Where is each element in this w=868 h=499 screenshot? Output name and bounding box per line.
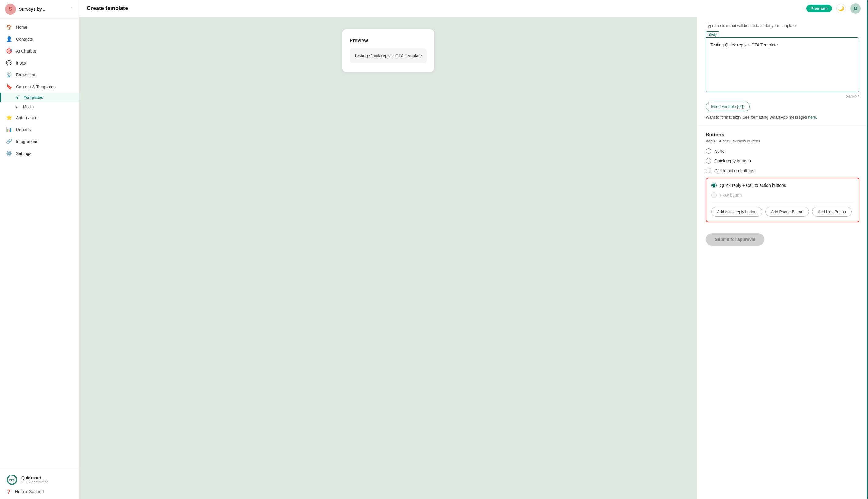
user-avatar[interactable]: M <box>850 3 861 14</box>
quickstart-subtitle: 29/32 completed <box>21 480 49 484</box>
main-area: Create template Premium 🌙 M Preview Test… <box>79 0 868 499</box>
hint-text: Type the text that will be the base for … <box>706 23 859 28</box>
sidebar-item-label: Contacts <box>16 37 33 41</box>
radio-quick-reply[interactable] <box>706 158 711 163</box>
content-area: Preview Testing Quick reply + CTA Templa… <box>79 17 868 499</box>
sidebar-item-media[interactable]: ↳ Media <box>0 102 79 112</box>
radio-option-cta[interactable]: Call to action buttons <box>706 168 859 173</box>
radio-cta[interactable] <box>706 168 711 173</box>
add-quick-reply-button[interactable]: Add quick reply button <box>711 207 762 217</box>
automation-icon: ⭐ <box>6 115 12 121</box>
broadcast-icon: 📡 <box>6 72 12 78</box>
add-phone-button[interactable]: Add Phone Button <box>765 207 809 217</box>
sidebar-item-home[interactable]: 🏠 Home <box>0 21 79 33</box>
help-label: Help & Support <box>15 489 44 494</box>
radio-none[interactable] <box>706 148 711 154</box>
preview-card: Preview Testing Quick reply + CTA Templa… <box>342 29 434 72</box>
submit-section: Submit for approval <box>697 228 868 253</box>
help-support[interactable]: ❓ Help & Support <box>6 489 73 494</box>
cta-buttons-row: Add quick reply button Add Phone Button … <box>711 202 854 217</box>
dark-mode-toggle[interactable]: 🌙 <box>836 4 846 13</box>
topbar-right: Premium 🌙 M <box>806 3 861 14</box>
page-title: Create template <box>87 5 128 12</box>
inbox-icon: 💬 <box>6 60 12 66</box>
sidebar-item-automation[interactable]: ⭐ Automation <box>0 112 79 123</box>
sidebar-item-label: Content & Templates <box>16 84 55 89</box>
radio-option-quick-reply[interactable]: Quick reply buttons <box>706 158 859 163</box>
sidebar-item-settings[interactable]: ⚙️ Settings <box>0 147 79 159</box>
radio-option-quick-reply-cta[interactable]: Quick reply + Call to action buttons <box>711 183 854 188</box>
sidebar-item-broadcast[interactable]: 📡 Broadcast <box>0 69 79 81</box>
sidebar-item-label: Automation <box>16 115 38 120</box>
body-textarea[interactable]: Testing Quick reply + CTA Template <box>706 37 859 92</box>
radio-flow <box>711 192 717 198</box>
radio-flow-label: Flow button <box>720 193 742 197</box>
sidebar-item-contacts[interactable]: 👤 Contacts <box>0 33 79 45</box>
sidebar-header[interactable]: S Surveys by ... ⌃ <box>0 0 79 19</box>
radio-none-label: None <box>714 149 724 154</box>
sidebar-subitem-label: Templates <box>24 95 43 100</box>
sidebar: S Surveys by ... ⌃ 🏠 Home 👤 Contacts 🎯 A… <box>0 0 79 499</box>
radio-quick-reply-label: Quick reply buttons <box>714 158 751 163</box>
sidebar-item-ai-chatbot[interactable]: 🎯 AI Chatbot <box>0 45 79 57</box>
submit-button[interactable]: Submit for approval <box>706 233 765 245</box>
org-avatar: S <box>5 4 16 15</box>
reports-icon: 📊 <box>6 126 12 132</box>
radio-quick-reply-cta-label: Quick reply + Call to action buttons <box>720 183 786 188</box>
sidebar-subitem-label: Media <box>23 105 34 109</box>
radio-cta-label: Call to action buttons <box>714 168 754 173</box>
quickstart-title: Quickstart <box>21 475 49 480</box>
sidebar-item-label: AI Chatbot <box>16 49 36 53</box>
buttons-subtitle: Add CTA or quick reply buttons <box>706 139 859 143</box>
topbar: Create template Premium 🌙 M <box>79 0 868 17</box>
sidebar-item-label: Integrations <box>16 139 38 144</box>
radio-option-flow[interactable]: Flow button <box>711 192 854 198</box>
buttons-section: Buttons Add CTA or quick reply buttons N… <box>697 126 868 228</box>
ai-chatbot-icon: 🎯 <box>6 48 12 54</box>
radio-quick-reply-cta[interactable] <box>711 183 717 188</box>
sidebar-item-inbox[interactable]: 💬 Inbox <box>0 57 79 69</box>
home-icon: 🏠 <box>6 24 12 30</box>
preview-title: Preview <box>350 38 427 44</box>
sidebar-item-label: Settings <box>16 151 32 156</box>
help-icon: ❓ <box>6 489 11 494</box>
chevron-icon: ⌃ <box>71 7 74 12</box>
sidebar-item-label: Home <box>16 25 27 30</box>
format-text: Want to format text? See formatting What… <box>706 115 859 120</box>
content-templates-icon: 🔖 <box>6 84 12 89</box>
contacts-icon: 👤 <box>6 36 12 42</box>
selected-option-box: Quick reply + Call to action buttons Flo… <box>706 178 859 222</box>
sidebar-item-integrations[interactable]: 🔗 Integrations <box>0 135 79 147</box>
preview-panel: Preview Testing Quick reply + CTA Templa… <box>79 17 697 499</box>
settings-icon: ⚙️ <box>6 150 12 156</box>
progress-label: 91% <box>9 478 15 481</box>
sidebar-item-label: Inbox <box>16 61 26 65</box>
quickstart-text: Quickstart 29/32 completed <box>21 475 49 484</box>
buttons-title: Buttons <box>706 132 859 137</box>
sidebar-item-reports[interactable]: 📊 Reports <box>0 123 79 135</box>
integrations-icon: 🔗 <box>6 138 12 144</box>
sidebar-footer: 91% Quickstart 29/32 completed ❓ Help & … <box>0 469 79 499</box>
char-count: 34/1024 <box>706 95 859 99</box>
body-field-label: Body <box>706 32 719 38</box>
progress-ring: 91% <box>6 474 18 486</box>
form-panel: Type the text that will be the base for … <box>697 17 868 499</box>
sidebar-nav: 🏠 Home 👤 Contacts 🎯 AI Chatbot 💬 Inbox 📡… <box>0 19 79 469</box>
format-link[interactable]: here. <box>808 115 817 120</box>
premium-badge: Premium <box>806 4 832 12</box>
radio-option-none[interactable]: None <box>706 148 859 154</box>
body-section: Type the text that will be the base for … <box>697 17 868 126</box>
org-name: Surveys by ... <box>19 7 67 12</box>
sidebar-item-content-templates[interactable]: 🔖 Content & Templates <box>0 81 79 93</box>
insert-variable-button[interactable]: Insert variable {{#}} <box>706 102 750 111</box>
sidebar-item-label: Reports <box>16 127 31 132</box>
sidebar-item-templates[interactable]: ↳ Templates <box>0 93 79 102</box>
quickstart-section[interactable]: 91% Quickstart 29/32 completed <box>6 474 73 486</box>
sidebar-item-label: Broadcast <box>16 72 35 77</box>
add-link-button[interactable]: Add Link Button <box>812 207 852 217</box>
preview-message: Testing Quick reply + CTA Template <box>350 48 427 63</box>
